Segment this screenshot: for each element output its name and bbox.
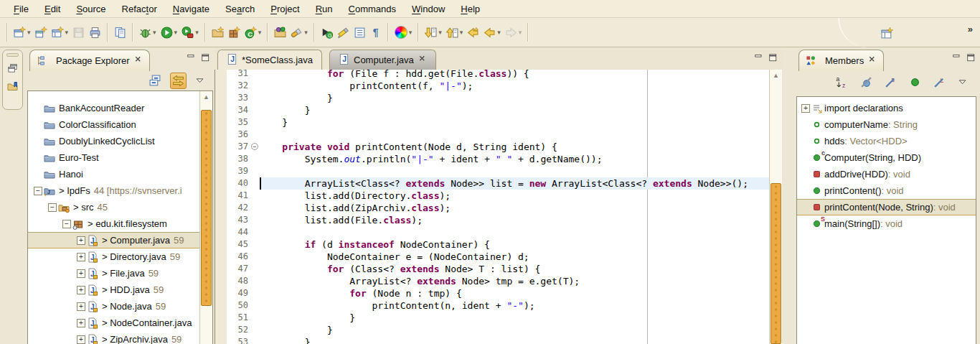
package-explorer-maximize-button[interactable] xyxy=(202,54,210,62)
run-last-launched-button[interactable]: G xyxy=(319,24,335,41)
line-number[interactable]: 48 xyxy=(227,275,251,287)
line-number[interactable]: 49 xyxy=(227,287,251,299)
annotation-ruler[interactable] xyxy=(215,129,227,141)
expand-minus-icon[interactable]: − xyxy=(34,187,42,195)
dropdown-chevron-icon[interactable]: ▾ xyxy=(65,29,69,36)
line-number[interactable]: 41 xyxy=(227,190,251,202)
next-annotation-button[interactable]: ▾ xyxy=(423,24,444,41)
line-number[interactable]: 45 xyxy=(227,238,251,251)
scrollbar-thumb[interactable] xyxy=(201,110,212,306)
expand-plus-icon[interactable]: + xyxy=(77,269,85,278)
members-list[interactable]: +import declarationscomputerName : Strin… xyxy=(796,96,976,344)
editor-maximize-button[interactable] xyxy=(769,54,778,62)
code-line[interactable]: 42 list.add(ZipArchiv.class); xyxy=(215,202,770,214)
code-line[interactable]: 43 list.add(File.class); xyxy=(215,214,770,226)
tree-item[interactable]: Euro-Test xyxy=(28,149,212,166)
fastview-java-folder-button[interactable] xyxy=(3,80,22,92)
code-line[interactable]: 31 for (File f : hdd.get(File.class)) { xyxy=(215,70,770,80)
close-icon[interactable] xyxy=(868,55,877,66)
line-number[interactable]: 33 xyxy=(227,92,251,104)
menu-refactor[interactable]: Refactor xyxy=(114,1,165,17)
line-number[interactable]: 39 xyxy=(227,165,251,177)
annotation-ruler[interactable] xyxy=(215,287,227,299)
tree-item[interactable]: +J> ZipArchiv.java59 xyxy=(28,331,212,344)
link-with-editor-button[interactable] xyxy=(170,73,187,89)
annotation-ruler[interactable] xyxy=(215,165,227,177)
expand-plus-icon[interactable]: + xyxy=(77,335,85,344)
debug-button[interactable]: ▾ xyxy=(137,24,159,41)
close-icon[interactable] xyxy=(134,55,143,66)
annotation-ruler[interactable] xyxy=(215,263,227,275)
member-item[interactable]: +import declarations xyxy=(797,100,976,116)
code-line[interactable]: 45 if (d instanceof NodeContainer) { xyxy=(215,238,770,251)
open-perspective-button[interactable] xyxy=(879,25,895,42)
annotation-ruler[interactable] xyxy=(215,190,227,202)
menu-navigate[interactable]: Navigate xyxy=(165,1,217,17)
annotation-ruler[interactable] xyxy=(215,92,227,104)
new-view-button[interactable]: ▾ xyxy=(50,24,71,41)
dropdown-chevron-icon[interactable]: ▾ xyxy=(460,29,463,36)
line-number[interactable]: 35 xyxy=(227,116,251,129)
code-line[interactable]: 53 } xyxy=(215,336,770,344)
annotation-ruler[interactable] xyxy=(215,70,227,80)
previous-annotation-button[interactable]: ▾ xyxy=(444,24,466,41)
print-button[interactable] xyxy=(87,24,103,41)
annotation-ruler[interactable] xyxy=(215,312,227,324)
close-icon[interactable] xyxy=(418,55,427,65)
line-number[interactable]: 38 xyxy=(227,153,251,165)
member-item[interactable]: cComputer(String, HDD) xyxy=(797,149,976,166)
members-minimize-button[interactable] xyxy=(953,54,961,62)
open-type-button[interactable] xyxy=(272,24,288,41)
member-item[interactable]: Smain(String[]) : void xyxy=(797,215,976,232)
line-number[interactable]: 51 xyxy=(227,312,251,324)
code-line[interactable]: 33 } xyxy=(215,92,770,104)
tree-item[interactable]: +J> Directory.java59 xyxy=(28,248,212,265)
new-java-package-button[interactable] xyxy=(226,24,242,41)
package-explorer-minimize-button[interactable] xyxy=(187,54,196,62)
last-edit-location-button[interactable] xyxy=(465,24,481,41)
code-line[interactable]: 38 System.out.println("|-" + ident + " "… xyxy=(215,153,770,165)
annotation-ruler[interactable] xyxy=(215,214,227,226)
line-number[interactable]: 43 xyxy=(227,214,251,226)
member-item[interactable]: addDrive(HDD) : void xyxy=(797,166,976,182)
tree-item[interactable]: +J> NodeContainer.java xyxy=(28,315,212,331)
tree-item[interactable]: −> edu.kit.filesystem xyxy=(28,215,212,232)
expand-plus-icon[interactable]: + xyxy=(77,253,85,261)
code-line[interactable]: 32 printContent(f, "|-"); xyxy=(215,80,770,92)
dropdown-chevron-icon[interactable]: ▾ xyxy=(409,29,413,36)
tree-item[interactable]: +J> File.java59 xyxy=(28,265,212,282)
menu-source[interactable]: Source xyxy=(68,1,113,17)
annotation-ruler[interactable] xyxy=(215,238,227,251)
annotation-ruler[interactable] xyxy=(215,251,227,263)
menu-project[interactable]: Project xyxy=(263,1,307,17)
menu-window[interactable]: Window xyxy=(404,1,453,17)
restore-view-button[interactable] xyxy=(3,63,22,74)
new-project-button[interactable] xyxy=(33,24,50,41)
line-number[interactable]: 53 xyxy=(227,336,251,344)
member-item[interactable]: printContent(Node, String) : void xyxy=(797,199,976,215)
expand-plus-icon[interactable]: + xyxy=(801,104,810,113)
expand-plus-icon[interactable]: + xyxy=(77,286,85,294)
line-number[interactable]: 50 xyxy=(227,299,251,312)
line-number[interactable]: 34 xyxy=(227,104,251,116)
editor-tab-someclassjava[interactable]: J*SomeClass.java xyxy=(217,50,322,70)
tree-item[interactable]: +J> Computer.java59 xyxy=(28,232,212,248)
line-number[interactable]: 37 xyxy=(227,141,251,153)
expand-plus-icon[interactable]: + xyxy=(77,236,85,245)
expand-plus-icon[interactable]: + xyxy=(77,302,85,311)
code-line[interactable]: 39 xyxy=(215,165,770,177)
tree-item[interactable]: BankAccountReader xyxy=(28,100,212,116)
menu-file[interactable]: File xyxy=(6,1,37,17)
show-public-button[interactable] xyxy=(907,74,923,90)
scroll-up-arrow[interactable]: ▲ xyxy=(770,70,782,81)
line-number[interactable]: 46 xyxy=(227,251,251,263)
annotation-ruler[interactable] xyxy=(215,116,227,129)
package-explorer-tab[interactable]: Package Explorer xyxy=(29,50,150,71)
dropdown-chevron-icon[interactable]: ▾ xyxy=(153,29,156,36)
tree-item[interactable]: +J> Node.java59 xyxy=(28,298,212,315)
dropdown-chevron-icon[interactable]: ▾ xyxy=(27,29,31,36)
hide-local-types-button[interactable]: L xyxy=(931,74,948,90)
collapse-all-button[interactable] xyxy=(147,73,164,89)
code-line[interactable]: 52 } xyxy=(215,324,770,336)
editor-tab-computerjava[interactable]: JComputer.java xyxy=(329,50,436,70)
